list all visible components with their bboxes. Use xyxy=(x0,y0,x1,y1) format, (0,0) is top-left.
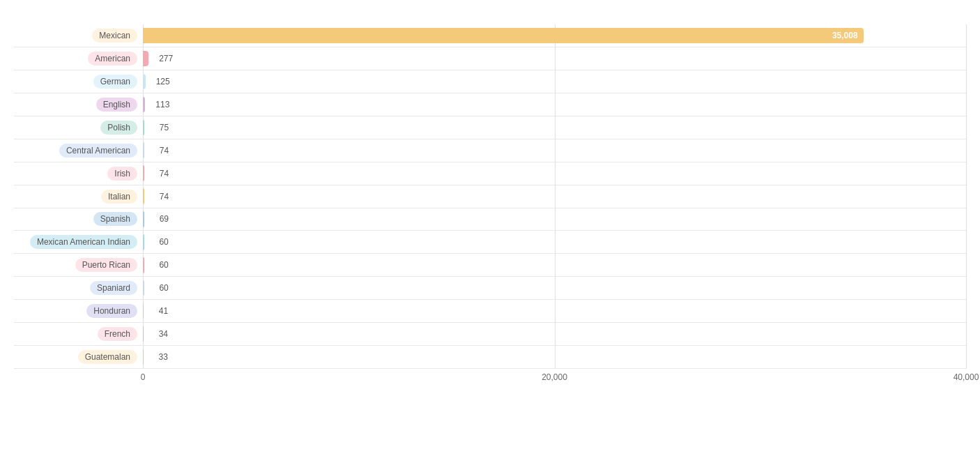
bar-track: 69 xyxy=(143,208,966,231)
bar-value: 75 xyxy=(160,123,169,132)
bar-row: Guatemalan33 xyxy=(14,346,966,369)
bar-label: Honduran xyxy=(14,304,143,318)
grid-line xyxy=(966,24,967,369)
bar-value: 74 xyxy=(160,169,169,178)
bar-row: Spaniard60 xyxy=(14,277,966,300)
bar-fill: 113 xyxy=(143,97,145,112)
bar-row: Central American74 xyxy=(14,139,966,162)
bar-fill: 74 xyxy=(143,142,144,158)
bar-row: Italian74 xyxy=(14,185,966,208)
label-pill: American xyxy=(88,52,137,66)
label-pill: Polish xyxy=(100,121,137,135)
bar-value: 34 xyxy=(159,329,168,339)
bar-value: 60 xyxy=(159,260,168,270)
label-pill: Spanish xyxy=(93,212,137,226)
label-pill: English xyxy=(96,98,137,112)
bar-value: 113 xyxy=(155,100,169,109)
label-pill: French xyxy=(98,327,137,341)
bar-value: 60 xyxy=(159,283,168,293)
bar-value: 74 xyxy=(160,146,169,155)
label-pill: Central American xyxy=(59,144,137,158)
bar-row: French34 xyxy=(14,323,966,346)
label-pill: Honduran xyxy=(86,304,137,318)
bar-value: 41 xyxy=(159,306,168,316)
label-pill: Italian xyxy=(101,190,137,204)
bar-row: Mexican35,008 xyxy=(14,24,966,47)
bar-value: 60 xyxy=(159,237,168,247)
bar-track: 74 xyxy=(143,162,966,185)
bar-value: 277 xyxy=(159,54,173,63)
chart-container: Mexican35,008American277German125English… xyxy=(0,0,980,449)
bar-label: Spaniard xyxy=(14,281,143,295)
label-pill: Mexican American Indian xyxy=(30,235,137,249)
bar-fill: 41 xyxy=(143,303,144,319)
bar-value: 125 xyxy=(156,77,170,86)
bar-fill: 125 xyxy=(143,74,146,89)
bar-label: Mexican American Indian xyxy=(14,235,143,249)
bar-label: American xyxy=(14,52,143,66)
bar-row: Irish74 xyxy=(14,162,966,185)
chart-area: Mexican35,008American277German125English… xyxy=(14,24,966,390)
bar-track: 277 xyxy=(143,47,966,70)
x-axis-label: 20,000 xyxy=(542,372,567,382)
bar-label: Central American xyxy=(14,144,143,158)
bar-track: 35,008 xyxy=(143,24,966,47)
bar-fill: 277 xyxy=(143,51,148,66)
bar-label: French xyxy=(14,327,143,341)
bar-fill: 69 xyxy=(143,211,144,227)
bar-label: English xyxy=(14,98,143,112)
bar-row: American277 xyxy=(14,47,966,70)
bar-label: Puerto Rican xyxy=(14,258,143,272)
x-axis-label: 0 xyxy=(141,372,146,382)
bar-value: 74 xyxy=(160,192,169,201)
bar-fill: 75 xyxy=(143,120,144,135)
bar-value-inside: 35,008 xyxy=(832,31,858,40)
bar-row: Puerto Rican60 xyxy=(14,254,966,277)
bar-track: 60 xyxy=(143,254,966,276)
bar-label: Guatemalan xyxy=(14,350,143,364)
bar-value: 69 xyxy=(160,214,169,224)
bar-label: Italian xyxy=(14,190,143,204)
bar-track: 41 xyxy=(143,300,966,322)
bar-track: 33 xyxy=(143,346,966,368)
bar-track: 60 xyxy=(143,231,966,253)
bar-track: 60 xyxy=(143,277,966,299)
bar-fill: 34 xyxy=(143,326,144,342)
bar-track: 125 xyxy=(143,70,966,93)
x-axis-label: 40,000 xyxy=(954,372,979,382)
bar-fill: 60 xyxy=(143,280,144,296)
label-pill: Irish xyxy=(107,167,137,181)
bar-row: English113 xyxy=(14,93,966,116)
bar-fill: 33 xyxy=(143,349,144,365)
bar-track: 113 xyxy=(143,93,966,116)
bars-wrapper: Mexican35,008American277German125English… xyxy=(14,24,966,369)
bar-row: Polish75 xyxy=(14,116,966,139)
bar-track: 34 xyxy=(143,323,966,345)
bar-label: Mexican xyxy=(14,29,143,43)
bar-fill: 60 xyxy=(143,257,144,273)
bar-row: Spanish69 xyxy=(14,208,966,231)
bar-label: German xyxy=(14,75,143,89)
bar-track: 74 xyxy=(143,139,966,162)
label-pill: Spaniard xyxy=(90,281,137,295)
label-pill: Guatemalan xyxy=(78,350,137,364)
label-pill: Mexican xyxy=(92,29,137,43)
bar-fill: 35,008 xyxy=(143,28,864,43)
bar-row: Honduran41 xyxy=(14,300,966,323)
bar-fill: 74 xyxy=(143,165,144,181)
bar-track: 74 xyxy=(143,185,966,208)
bar-fill: 74 xyxy=(143,188,144,204)
bar-label: Polish xyxy=(14,121,143,135)
bar-label: Spanish xyxy=(14,212,143,226)
label-pill: German xyxy=(93,75,137,89)
bar-track: 75 xyxy=(143,116,966,139)
label-pill: Puerto Rican xyxy=(75,258,137,272)
bar-fill: 60 xyxy=(143,234,144,250)
x-axis: 020,00040,000 xyxy=(143,369,966,390)
bar-row: Mexican American Indian60 xyxy=(14,231,966,254)
bar-row: German125 xyxy=(14,70,966,93)
bar-label: Irish xyxy=(14,167,143,181)
bar-value: 33 xyxy=(159,352,168,362)
